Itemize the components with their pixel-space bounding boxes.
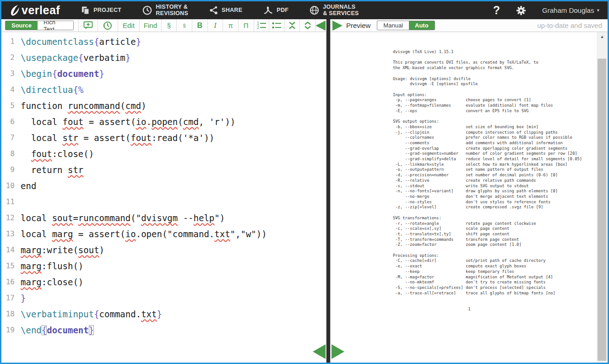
comment-plus-icon [83,21,93,30]
nav-pdf[interactable]: PDF [263,5,288,15]
code-line-text: \directlua{% [21,85,83,95]
code-line[interactable]: 14marg:write(sout) [1,242,326,258]
save-status: up-to-date and saved [537,22,602,29]
fold-all-button[interactable] [285,19,300,32]
top-navbar: verleaf PROJECT HISTORY &REVISIONS [1,1,608,19]
line-number: 17 [1,293,21,302]
code-line-text: return str [21,165,83,175]
line-number: 15 [1,261,21,270]
code-line-text: \begin{document} [21,69,104,79]
svg-text:2: 2 [257,26,259,29]
line-number: 7 [1,133,21,142]
code-line[interactable]: 3\begin{document} [1,65,326,81]
source-toggle[interactable]: Source [5,21,38,30]
rich-text-toggle[interactable]: Rich Text [38,21,73,30]
line-number: 4 [1,85,21,94]
code-line[interactable]: 11 [1,194,326,210]
code-line[interactable]: 15marg:flush() [1,258,326,274]
scrollbar-up-arrow[interactable]: ▲ [597,34,608,39]
code-lines: 1\documentclass{article}2\usepackage{ver… [1,33,326,338]
code-line-text: \usepackage{verbatim} [21,53,130,63]
find-button[interactable]: Find [140,19,161,32]
scrollbar-thumb[interactable] [598,59,606,361]
section-button[interactable]: § [162,19,177,32]
inline-math-button[interactable]: π [223,19,239,32]
line-number: 11 [1,197,21,206]
code-line[interactable]: 9 return str [1,162,326,178]
history-clock-icon [142,5,152,15]
code-line[interactable]: 1\documentclass{article} [1,33,326,49]
code-line[interactable]: 6 local fout = assert(io.popen(cmd, 'r')… [1,114,326,130]
expand-chevrons-icon [304,22,312,29]
auto-compile-button[interactable]: Auto [409,21,435,30]
bold-button[interactable]: B [192,19,208,32]
code-line-text: local sout=runcommand("dvisvgm --help") [21,213,225,223]
code-line-text: end [21,181,36,191]
code-line[interactable]: 12local sout=runcommand("dvisvgm --help"… [1,210,326,226]
code-line[interactable]: 13local marg = assert(io.open("command.t… [1,226,326,242]
edit-menu-button[interactable]: Edit [118,19,140,32]
pane-divider[interactable] [326,19,331,363]
nav-history-revisions[interactable]: HISTORY &REVISIONS [142,4,188,17]
preview-pane: Preview Manual Auto up-to-date and saved… [331,19,608,363]
nav-share-label: SHARE [222,7,242,14]
add-comment-button[interactable] [78,19,98,32]
unfold-all-button[interactable] [300,19,315,32]
code-line-text: \documentclass{article} [21,37,141,47]
display-math-button[interactable]: Π [239,19,254,32]
nav-project-label: PROJECT [93,7,121,14]
code-line-text: } [21,293,26,303]
italic-button[interactable]: I [208,19,223,32]
code-line[interactable]: 17} [1,290,326,306]
code-line-text: \end{document} [21,325,94,335]
manual-compile-button[interactable]: Manual [377,21,409,30]
project-icon [81,6,90,15]
line-number: 10 [1,181,21,190]
preview-toolbar: Preview Manual Auto up-to-date and saved [331,19,608,32]
history-restore-icon [103,21,112,30]
code-line[interactable]: 7 local str = assert(fout:read('*a')) [1,130,326,146]
line-number: 8 [1,149,21,158]
collapse-editor-bottom-arrow[interactable] [313,344,326,359]
code-line[interactable]: 10end [1,178,326,194]
code-line[interactable]: 2\usepackage{verbatim} [1,49,326,65]
line-number: 13 [1,229,21,238]
expand-preview-arrow[interactable] [332,21,343,31]
code-line[interactable]: 18\verbatiminput{command.txt} [1,306,326,322]
nav-journals-label: JOURNALS& SERVICES [323,4,359,17]
chevron-down-icon: ▾ [597,7,599,13]
numbered-list-button[interactable]: 1 2 [254,19,270,32]
globe-icon [310,5,319,15]
collapse-editor-arrow[interactable] [315,21,326,31]
nav-journals-services[interactable]: JOURNALS& SERVICES [310,4,359,17]
line-number: 3 [1,69,21,78]
preview-scrollbar[interactable]: ▲ [597,32,608,363]
subsection-button[interactable]: § [177,19,192,32]
nav-pdf-label: PDF [277,7,288,14]
code-line-text: function runcommand(cmd) [21,101,147,111]
nav-project[interactable]: PROJECT [81,6,121,15]
nav-share[interactable]: SHARE [209,6,242,15]
code-line[interactable]: 5function runcommand(cmd) [1,98,326,114]
code-line[interactable]: 19\end{document} [1,322,326,338]
preview-label: Preview [346,22,370,29]
code-line[interactable]: 8 fout:close() [1,146,326,162]
code-line[interactable]: 4\directlua{% [1,81,326,98]
code-line-text: marg:close() [21,277,83,287]
svg-text:1: 1 [257,22,259,26]
line-number: 9 [1,165,21,174]
collapse-chevrons-icon [288,22,296,29]
nav-history-label: HISTORY &REVISIONS [156,4,188,17]
code-editor[interactable]: 1\documentclass{article}2\usepackage{ver… [1,32,326,363]
expand-preview-bottom-arrow[interactable] [332,344,344,359]
settings-gear-icon[interactable] [516,5,527,16]
code-line-text: fout:close() [21,149,94,159]
user-menu[interactable]: Graham Douglas ▾ [542,6,599,14]
editor-toolbar: Source Rich Text [1,19,326,32]
overleaf-logo[interactable]: verleaf [9,4,60,17]
history-button[interactable] [98,19,118,32]
code-line[interactable]: 16marg:close() [1,274,326,290]
help-button[interactable]: ? [493,4,500,17]
bullet-list-button[interactable] [269,19,285,32]
editor-pane: Source Rich Text [1,19,326,363]
